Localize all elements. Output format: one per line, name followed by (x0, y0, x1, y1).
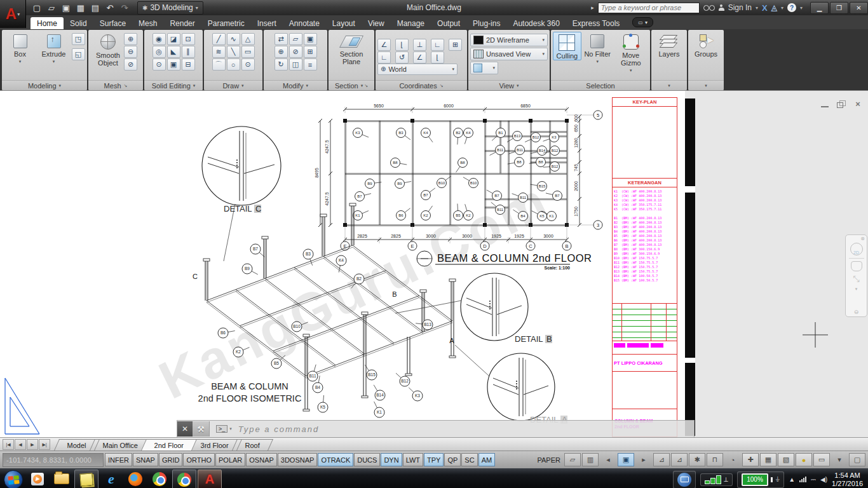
restore-icon[interactable] (836, 100, 846, 108)
panel-label-section[interactable]: Section▾ ↘ (329, 80, 374, 90)
shell-icon[interactable]: ▣ (167, 58, 180, 71)
move-gizmo-button[interactable]: Move Gizmo▾ (614, 32, 648, 74)
save-as-icon[interactable]: ▦ (74, 2, 87, 13)
taskbar-media-player[interactable]: ▶ (26, 470, 49, 488)
prev-layout-icon[interactable]: ◀ (15, 439, 26, 450)
clean-icon[interactable]: ⊟ (182, 58, 195, 71)
help-icon[interactable]: ? (787, 3, 796, 12)
new-file-icon[interactable]: ▢ (31, 2, 43, 13)
offset-icon[interactable]: ▣ (304, 33, 317, 45)
subtract-icon[interactable]: ◎ (153, 46, 166, 58)
view-dropdown[interactable]: Unsaved View▾ (470, 48, 548, 60)
smooth-more-icon[interactable]: ⊕ (124, 33, 137, 45)
chevron-down-icon[interactable]: ▾ (229, 426, 232, 431)
quick-view-drawings-icon[interactable]: ▥ (582, 453, 599, 466)
union-icon[interactable]: ◉ (153, 33, 166, 45)
tray-menu-icon[interactable]: ▾ (831, 453, 848, 466)
section-plane-button[interactable]: Section Plane (332, 32, 370, 65)
hidden-icons-arrow[interactable]: ▲ (789, 476, 795, 483)
command-input[interactable]: Type a command (238, 424, 319, 434)
box-button[interactable]: Box▾ (4, 32, 36, 65)
toggle-dyn[interactable]: DYN (381, 453, 402, 466)
tab-parametric[interactable]: Parametric (201, 17, 251, 29)
rotate-3d-icon[interactable]: ⊕ (275, 46, 288, 58)
tab-home[interactable]: Home (31, 17, 64, 29)
separate-icon[interactable]: ∥ (182, 46, 195, 58)
search-input[interactable] (598, 3, 700, 13)
clean-screen-icon[interactable]: ▢ (849, 453, 865, 466)
steering-wheel-2d-icon[interactable]: 2D (850, 243, 863, 255)
smooth-object-button[interactable]: Smooth Object (94, 32, 122, 67)
wired-network-icon[interactable]: ⎓ (811, 476, 816, 484)
panel-label-coordinates[interactable]: Coordinates↘ (376, 80, 467, 90)
intersect-icon[interactable]: ⊙ (153, 58, 166, 71)
workspace-gear-icon[interactable]: ✱ (689, 453, 705, 466)
toggle-am[interactable]: AM (478, 453, 496, 466)
redo-icon[interactable]: ↷ (118, 2, 131, 13)
tab-mesh[interactable]: Mesh (132, 17, 163, 29)
groups-button[interactable]: ▶ Groups (690, 32, 722, 58)
command-line[interactable]: ✕ ⚒ >_ ▾ Type a command (177, 420, 695, 437)
minimize-button[interactable]: ▁ (810, 2, 829, 14)
ribbon-minimize-button[interactable]: ▭ ▾ (632, 17, 653, 27)
polygon-icon[interactable]: △ (241, 33, 255, 45)
extrude-button[interactable]: Extrude▾ (38, 32, 70, 65)
perf-bulb-icon[interactable]: ● (796, 453, 812, 466)
quick-view-layouts-icon[interactable]: ▱ (564, 453, 581, 466)
trim-icon[interactable]: ◫ (289, 58, 302, 71)
close-icon[interactable]: ⊗ (860, 236, 865, 241)
arc-icon[interactable]: ⌒ (212, 58, 226, 71)
taskbar-explorer[interactable] (50, 470, 73, 488)
toggle-sc[interactable]: SC (461, 453, 477, 466)
revision-cloud-icon[interactable]: ≋ (212, 46, 226, 58)
toggle-osnap[interactable]: OSNAP (246, 453, 277, 466)
collapse-arrow-icon[interactable]: ▸ (591, 4, 594, 11)
panel-label-mesh[interactable]: Mesh↘ (88, 80, 143, 90)
line-icon[interactable]: ╲ (227, 46, 240, 58)
spline-icon[interactable]: ∿ (227, 33, 240, 45)
toggle-lwt[interactable]: LWT (403, 453, 423, 466)
trusted-source-icon[interactable]: ▭ (813, 453, 830, 466)
toggle-infer[interactable]: INFER (105, 453, 132, 466)
drawing-canvas[interactable]: KangGuru.Com5650600068502825282530003000… (0, 91, 868, 437)
ucs-world-dropdown[interactable]: ⊕ World▾ (377, 64, 458, 75)
last-layout-icon[interactable]: ▶| (39, 439, 50, 450)
annotation-visibility-icon[interactable]: ⊿ (653, 453, 670, 466)
panel-label-modify[interactable]: Modify▾ (264, 80, 327, 90)
presspull-icon[interactable]: ◳ (72, 33, 85, 45)
panel-label-solid-editing[interactable]: Solid Editing▾ (144, 80, 203, 90)
ucs-view-icon[interactable]: ∟ (431, 39, 444, 51)
customize-wrench-icon[interactable]: ⚒ (193, 421, 210, 437)
volume-icon[interactable]: ◀) (820, 476, 827, 483)
layout-tab-roof[interactable]: Roof (232, 439, 273, 451)
close-icon[interactable]: ✕ (177, 421, 193, 437)
chevron-down-icon[interactable]: ▾ (781, 5, 783, 11)
smooth-less-icon[interactable]: ⊖ (124, 46, 137, 58)
tab-render[interactable]: Render (163, 17, 201, 29)
ucs-previous-icon[interactable]: ∟ (377, 51, 391, 64)
ucs-rotate-icon[interactable]: ↺ (395, 51, 409, 64)
ucs-z-icon[interactable]: ⊥ (413, 39, 426, 51)
drawing-area[interactable]: KangGuru.Com5650600068502825282530003000… (0, 90, 868, 437)
prev-viewport-icon[interactable]: ◂ (600, 453, 616, 466)
exchange-apps-icon[interactable]: X (762, 3, 768, 13)
ucs-object-icon[interactable]: ⌊ (431, 51, 444, 64)
open-file-icon[interactable]: ▱ (45, 2, 58, 13)
extrude-face-icon[interactable]: ⊡ (182, 33, 195, 45)
toolbar-lock-icon[interactable]: ⊓ (707, 453, 723, 466)
tab-surface[interactable]: Surface (93, 17, 132, 29)
taskbar-sticky-notes[interactable] (74, 470, 98, 488)
polyline-icon[interactable]: ╱ (212, 33, 226, 45)
zoom-extents-icon[interactable]: ⤡ (853, 274, 859, 284)
ucs-face-icon[interactable]: ∠ (413, 51, 426, 64)
toggle-3dosnap[interactable]: 3DOSNAP (278, 453, 318, 466)
visual-style-dropdown[interactable]: 2D Wireframe▾ (470, 34, 548, 46)
tab-solid[interactable]: Solid (64, 17, 93, 29)
autodesk360-icon[interactable]: ◬ (771, 3, 777, 12)
toggle-polar[interactable]: POLAR (215, 453, 245, 466)
panel-label-view[interactable]: View▾ (468, 80, 550, 90)
layers-button[interactable]: Layers (653, 32, 685, 58)
close-button[interactable]: ✕ (850, 2, 868, 14)
taskbar-chrome[interactable] (148, 470, 171, 488)
view-cube-button[interactable]: ▾ (470, 62, 498, 74)
